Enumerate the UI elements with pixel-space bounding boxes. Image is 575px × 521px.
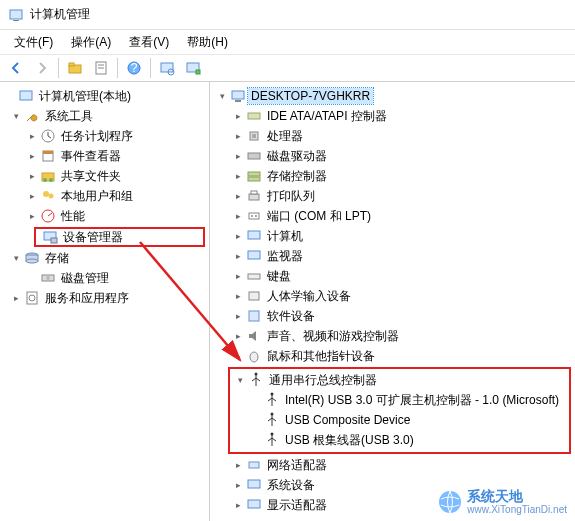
back-button[interactable] [4, 56, 28, 80]
svg-rect-34 [248, 113, 260, 119]
tree-storage-ctrl[interactable]: ▸存储控制器 [210, 166, 575, 186]
hdd-icon [246, 148, 262, 164]
usb-icon [248, 372, 264, 388]
expander-icon[interactable]: ▸ [24, 188, 40, 204]
port-icon [246, 208, 262, 224]
tree-local-users[interactable]: ▸ 本地用户和组 [0, 186, 209, 206]
svg-point-27 [26, 259, 38, 263]
tree-shared-folders[interactable]: ▸ 共享文件夹 [0, 166, 209, 186]
tree-computer-root[interactable]: ▾ DESKTOP-7VGHKRR [210, 86, 575, 106]
tree-usb-child[interactable]: USB 根集线器(USB 3.0) [230, 430, 569, 450]
tree-software-dev[interactable]: ▸软件设备 [210, 306, 575, 326]
clock-icon [40, 128, 56, 144]
menu-view[interactable]: 查看(V) [121, 32, 177, 53]
right-tree[interactable]: ▾ DESKTOP-7VGHKRR ▸IDE ATA/ATAPI 控制器 ▸处理… [210, 82, 575, 521]
tree-label: 存储 [42, 249, 72, 268]
expander-icon[interactable]: ▸ [230, 248, 246, 264]
up-button[interactable] [63, 56, 87, 80]
expander-icon[interactable]: ▸ [230, 288, 246, 304]
shared-folder-icon [40, 168, 56, 184]
tree-computers[interactable]: ▸计算机 [210, 226, 575, 246]
svg-point-43 [251, 215, 253, 217]
expander-icon[interactable]: ▸ [230, 128, 246, 144]
computer-icon [230, 88, 246, 104]
expander-icon[interactable]: ▸ [24, 208, 40, 224]
expander-icon[interactable]: ▾ [232, 372, 248, 388]
help-button[interactable]: ? [122, 56, 146, 80]
services-icon [24, 290, 40, 306]
tree-disk-drives[interactable]: ▸磁盘驱动器 [210, 146, 575, 166]
expander-icon[interactable]: ▸ [230, 457, 246, 473]
expander-icon[interactable]: ▸ [230, 188, 246, 204]
tree-ide[interactable]: ▸IDE ATA/ATAPI 控制器 [210, 106, 575, 126]
expander-icon[interactable]: ▸ [230, 208, 246, 224]
tree-usb-child[interactable]: USB Composite Device [230, 410, 569, 430]
tree-label: 存储控制器 [264, 167, 330, 186]
expander-icon[interactable]: ▸ [230, 308, 246, 324]
properties-button[interactable] [89, 56, 113, 80]
tree-print-queue[interactable]: ▸打印队列 [210, 186, 575, 206]
tree-services-apps[interactable]: ▸ 服务和应用程序 [0, 288, 209, 308]
tree-label: 声音、视频和游戏控制器 [264, 327, 402, 346]
expander-icon[interactable]: ▸ [230, 148, 246, 164]
tree-monitors[interactable]: ▸监视器 [210, 246, 575, 266]
tree-usb-controllers[interactable]: ▾通用串行总线控制器 [230, 370, 569, 390]
tree-usb-child[interactable]: Intel(R) USB 3.0 可扩展主机控制器 - 1.0 (Microso… [230, 390, 569, 410]
expander-icon[interactable]: ▸ [230, 348, 246, 364]
menu-file[interactable]: 文件(F) [6, 32, 61, 53]
expander-icon[interactable]: ▸ [24, 148, 40, 164]
titlebar: 计算机管理 [0, 0, 575, 30]
menu-action[interactable]: 操作(A) [63, 32, 119, 53]
scan-button[interactable] [155, 56, 179, 80]
svg-rect-13 [20, 91, 32, 100]
expander-icon[interactable]: ▸ [230, 268, 246, 284]
tree-hid[interactable]: ▸人体学输入设备 [210, 286, 575, 306]
network-icon [246, 457, 262, 473]
tree-task-scheduler[interactable]: ▸ 任务计划程序 [0, 126, 209, 146]
users-icon [40, 188, 56, 204]
expander-icon[interactable]: ▸ [230, 228, 246, 244]
mouse-icon [246, 348, 262, 364]
tree-label: 端口 (COM 和 LPT) [264, 207, 374, 226]
expander-icon[interactable]: ▸ [8, 290, 24, 306]
expander-icon[interactable]: ▸ [230, 108, 246, 124]
extra-button[interactable] [181, 56, 205, 80]
expander-icon[interactable]: ▸ [24, 128, 40, 144]
svg-point-21 [49, 194, 54, 199]
menubar: 文件(F) 操作(A) 查看(V) 帮助(H) [0, 30, 575, 54]
expander-icon[interactable]: ▸ [24, 168, 40, 184]
tree-system-tools[interactable]: ▾ 系统工具 [0, 106, 209, 126]
left-tree[interactable]: ▶ 计算机管理(本地) ▾ 系统工具 ▸ 任务计划程序 ▸ 事件查看器 ▸ 共享… [0, 82, 210, 521]
tree-disk-mgmt[interactable]: ▸ 磁盘管理 [0, 268, 209, 288]
tree-cpu[interactable]: ▸处理器 [210, 126, 575, 146]
svg-rect-32 [232, 91, 244, 99]
tree-storage[interactable]: ▾ 存储 [0, 248, 209, 268]
expander-icon[interactable]: ▸ [230, 477, 246, 493]
watermark-text-cn: 系统天地 [467, 489, 567, 504]
tree-net-adapters[interactable]: ▸网络适配器 [210, 455, 575, 475]
tree-event-viewer[interactable]: ▸ 事件查看器 [0, 146, 209, 166]
tree-sound[interactable]: ▸声音、视频和游戏控制器 [210, 326, 575, 346]
hid-icon [246, 288, 262, 304]
tree-device-manager[interactable]: 设备管理器 [34, 227, 205, 247]
tree-keyboards[interactable]: ▸键盘 [210, 266, 575, 286]
tree-label: USB Composite Device [282, 412, 413, 428]
forward-button[interactable] [30, 56, 54, 80]
svg-rect-1 [13, 20, 19, 21]
tree-label: 服务和应用程序 [42, 289, 132, 308]
expander-icon[interactable]: ▾ [8, 250, 24, 266]
menu-help[interactable]: 帮助(H) [179, 32, 236, 53]
tree-ports[interactable]: ▸端口 (COM 和 LPT) [210, 206, 575, 226]
tree-mouse[interactable]: ▸鼠标和其他指针设备 [210, 346, 575, 366]
expander-icon[interactable]: ▸ [230, 497, 246, 513]
expander-icon[interactable]: ▾ [8, 108, 24, 124]
tree-label: 计算机管理(本地) [36, 87, 134, 106]
expander-icon[interactable]: ▸ [230, 168, 246, 184]
expander-icon[interactable]: ▸ [230, 328, 246, 344]
usb-group-highlight: ▾通用串行总线控制器 Intel(R) USB 3.0 可扩展主机控制器 - 1… [228, 367, 571, 454]
tree-label: 通用串行总线控制器 [266, 371, 380, 390]
tree-performance[interactable]: ▸ 性能 [0, 206, 209, 226]
expander-icon[interactable]: ▾ [214, 88, 230, 104]
tree-root[interactable]: ▶ 计算机管理(本地) [0, 86, 209, 106]
svg-rect-41 [251, 191, 257, 194]
